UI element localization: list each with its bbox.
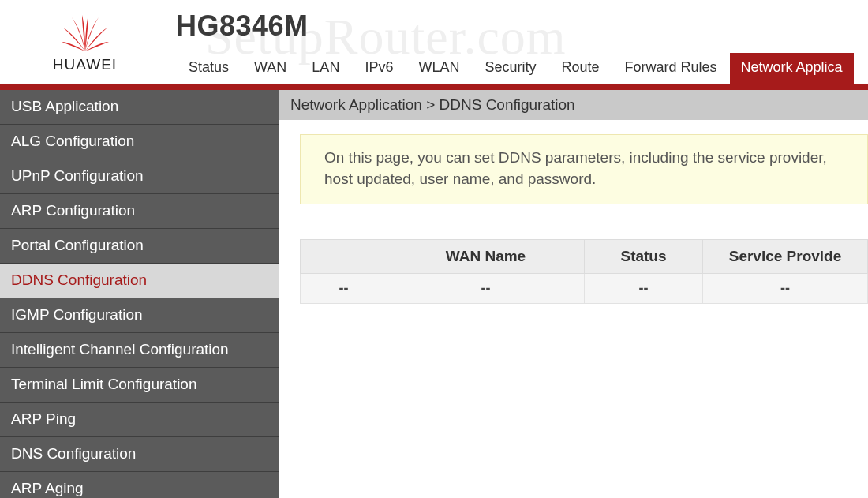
info-box: On this page, you can set DDNS parameter… bbox=[300, 134, 868, 204]
sidebar: USB Application ALG Configuration UPnP C… bbox=[0, 90, 279, 498]
nav-ipv6[interactable]: IPv6 bbox=[352, 54, 406, 84]
huawei-logo-icon bbox=[62, 15, 109, 53]
td-service-provider: -- bbox=[703, 274, 868, 304]
body: USB Application ALG Configuration UPnP C… bbox=[0, 90, 868, 498]
breadcrumb: Network Application > DDNS Configuration bbox=[279, 90, 868, 120]
td-wan-name: -- bbox=[387, 274, 585, 304]
brand-text: HUAWEI bbox=[53, 56, 117, 73]
sidebar-item-terminal-limit-configuration[interactable]: Terminal Limit Configuration bbox=[0, 368, 279, 403]
sidebar-item-dns-configuration[interactable]: DNS Configuration bbox=[0, 437, 279, 472]
nav-lan[interactable]: LAN bbox=[299, 54, 352, 84]
table-header-row: WAN Name Status Service Provide bbox=[301, 240, 868, 274]
td-status: -- bbox=[585, 274, 703, 304]
sidebar-item-arp-aging[interactable]: ARP Aging bbox=[0, 472, 279, 498]
ddns-table-wrap: WAN Name Status Service Provide -- -- --… bbox=[300, 239, 868, 304]
nav-network-application[interactable]: Network Applica bbox=[730, 53, 854, 84]
th-service-provider: Service Provide bbox=[703, 240, 868, 274]
model-number: HG8346M bbox=[176, 9, 868, 43]
top-nav: Status WAN LAN IPv6 WLAN Security Route … bbox=[176, 55, 868, 84]
nav-route[interactable]: Route bbox=[548, 54, 612, 84]
logo-block: HUAWEI bbox=[0, 0, 170, 84]
nav-security[interactable]: Security bbox=[472, 54, 548, 84]
nav-wan[interactable]: WAN bbox=[241, 54, 299, 84]
sidebar-item-upnp-configuration[interactable]: UPnP Configuration bbox=[0, 159, 279, 194]
table-row[interactable]: -- -- -- -- bbox=[301, 274, 868, 304]
model-block: HG8346M Status WAN LAN IPv6 WLAN Securit… bbox=[170, 0, 868, 84]
sidebar-item-igmp-configuration[interactable]: IGMP Configuration bbox=[0, 298, 279, 333]
sidebar-item-arp-configuration[interactable]: ARP Configuration bbox=[0, 194, 279, 229]
ddns-table: WAN Name Status Service Provide -- -- --… bbox=[300, 239, 868, 304]
sidebar-item-portal-configuration[interactable]: Portal Configuration bbox=[0, 229, 279, 264]
td-checkbox: -- bbox=[301, 274, 387, 304]
sidebar-item-ddns-configuration[interactable]: DDNS Configuration bbox=[0, 264, 279, 298]
th-status: Status bbox=[585, 240, 703, 274]
th-wan-name: WAN Name bbox=[387, 240, 585, 274]
sidebar-item-alg-configuration[interactable]: ALG Configuration bbox=[0, 125, 279, 159]
header: HUAWEI HG8346M Status WAN LAN IPv6 WLAN … bbox=[0, 0, 868, 84]
nav-wlan[interactable]: WLAN bbox=[406, 54, 472, 84]
nav-forward-rules[interactable]: Forward Rules bbox=[612, 54, 730, 84]
sidebar-item-arp-ping[interactable]: ARP Ping bbox=[0, 403, 279, 437]
sidebar-item-usb-application[interactable]: USB Application bbox=[0, 90, 279, 125]
th-checkbox bbox=[301, 240, 387, 274]
content-area: Network Application > DDNS Configuration… bbox=[279, 90, 868, 498]
red-separator-bar bbox=[0, 84, 868, 90]
nav-status[interactable]: Status bbox=[176, 54, 241, 84]
sidebar-item-intelligent-channel-configuration[interactable]: Intelligent Channel Configuration bbox=[0, 333, 279, 368]
